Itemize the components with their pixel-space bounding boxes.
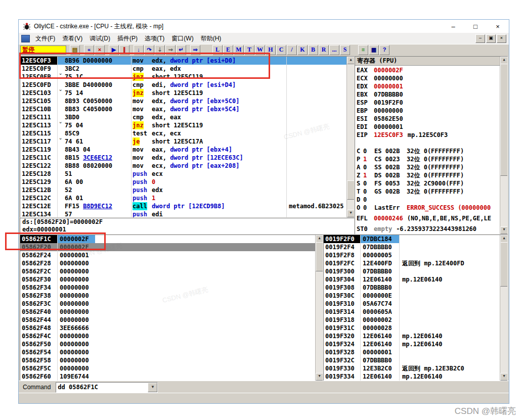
register-row[interactable]: EDX00000001	[357, 82, 507, 90]
menu-plugins[interactable]: 插件(P)	[114, 34, 141, 43]
menu-window[interactable]: 窗口(W)	[168, 34, 197, 43]
register-row[interactable]: EAX0000002F	[357, 66, 507, 74]
execute-till-return-button[interactable]: ↵	[176, 45, 186, 55]
disasm-row[interactable]: 12E5C11C8B15 3CE6EC12movedx, dword ptr […	[20, 154, 354, 162]
open-file-button[interactable]: ▤	[70, 45, 80, 55]
stack-row[interactable]: 0019F30007DBBBB0	[324, 267, 507, 275]
register-row[interactable]: EBP00000000	[357, 107, 507, 115]
menu-file[interactable]: 文件(F)	[32, 34, 59, 43]
view-handles-button[interactable]: H	[266, 45, 276, 55]
flag-row[interactable]: A0SS 002B32位 0(FFFFFFFF)	[357, 163, 507, 171]
stack-row[interactable]: 0019F2F407DBBBB0	[324, 243, 507, 251]
dump-row[interactable]: 05862F3000000000	[20, 275, 323, 284]
disasm-row[interactable]: 12E5C0FD3BBE D4000000cmpedi, dword ptr […	[20, 81, 354, 89]
register-row[interactable]: ECX00000000	[357, 74, 507, 82]
command-input[interactable]	[56, 383, 148, 392]
stack-row[interactable]: 0019F32800000001	[324, 348, 507, 356]
view-cpu-button[interactable]: C	[276, 45, 286, 55]
stack-row[interactable]: 0019F30C0000000E	[324, 292, 507, 300]
dump-row[interactable]: 05862F3800000000	[20, 292, 323, 300]
stack-row[interactable]: 0019F31005A67C74	[324, 300, 507, 308]
combobox-dropdown-icon[interactable]: ▼	[148, 383, 157, 392]
disasm-row[interactable]: 12E5C12B52pushedx	[20, 186, 354, 194]
view-runtrace-button[interactable]: ...	[329, 45, 339, 55]
scroll-up-icon[interactable]: ▲	[316, 235, 323, 243]
register-row[interactable]: EIP12E5C0F3mp.12E5C0F3	[357, 131, 507, 139]
stack-row[interactable]: 0019F33412E06140mp.12E06140	[324, 372, 507, 381]
dump-row[interactable]: 05862F2400000001	[20, 251, 323, 259]
scroll-thumb[interactable]	[316, 242, 323, 271]
stack-row[interactable]: 0019F31C00000028	[324, 324, 507, 332]
register-row[interactable]: ESI05862E50	[357, 115, 507, 123]
disasm-row[interactable]: 12E5C10B8B83 C4050000moveax, dword ptr […	[20, 105, 354, 113]
register-row[interactable]: ESP0019F2F0	[357, 99, 507, 107]
pause-button[interactable]: ∥	[119, 45, 129, 55]
scroll-down-icon[interactable]: ▼	[500, 373, 508, 381]
view-references-button[interactable]: R	[319, 45, 329, 55]
stack-row[interactable]: 0019F2F800000005	[324, 251, 507, 259]
stack-row[interactable]: 0019F32C07DBBBB0	[324, 356, 507, 364]
cpu-window-icon[interactable]	[21, 35, 30, 42]
disasm-row[interactable]: 12E5C103ˇ75 14jnzshort 12E5C119	[20, 89, 354, 97]
disasm-row[interactable]: 12E5C1228B88 08020000movecx, dword ptr […	[20, 162, 354, 170]
menu-debug[interactable]: 调试(D)	[86, 34, 114, 43]
appearance-button[interactable]: ▦	[369, 45, 379, 55]
animate-over-button[interactable]: ⇝	[165, 45, 176, 55]
register-row[interactable]: EBX07DBBBB0	[357, 90, 507, 99]
flag-row[interactable]: T0GS 002B32位 0(FFFFFFFF)	[357, 188, 507, 196]
view-source-button[interactable]: S	[340, 45, 350, 55]
dump-row[interactable]: 05862F2C00000000	[20, 267, 323, 275]
stack-row[interactable]: 0019F3140000605A	[324, 308, 507, 316]
stack-row[interactable]: 0019F32412E06140mp.12E06140	[324, 340, 507, 348]
run-button[interactable]: ▶	[109, 45, 119, 55]
flag-row[interactable]: C0ES 002B32位 0(FFFFFFFF)	[357, 147, 507, 155]
child-close-button[interactable]: ×	[497, 34, 506, 43]
dump-row[interactable]: 05862F1C0000002F	[20, 235, 323, 243]
scroll-down-icon[interactable]: ▼	[347, 210, 355, 217]
dump-row[interactable]: 05862F5C00000000	[20, 364, 323, 372]
disasm-row[interactable]: 12E5C11585C9testecx, ecx	[20, 129, 354, 137]
flag-row[interactable]: P1CS 002332位 0(FFFFFFFF)	[357, 155, 507, 163]
disasm-row[interactable]: 12E5C12C6A 01push1	[20, 194, 354, 202]
animate-into-button[interactable]: ⇣	[155, 45, 165, 55]
dump-row[interactable]: 05862F3400000000	[20, 284, 323, 292]
stack-row[interactable]: 0019F32012E06140mp.12E06140	[324, 332, 507, 340]
efl-row[interactable]: EFL00000246(NO,NB,E,BE,NS,PE,GE,LE	[357, 214, 507, 222]
help-button[interactable]: ?	[379, 45, 389, 55]
dump-row[interactable]: 05862F5000000000	[20, 340, 323, 348]
disasm-scrollbar[interactable]: ▲ ▼	[346, 57, 354, 217]
disasm-row[interactable]: 12E5C0FBˇ75 1Cjnzshort 12E5C119	[20, 73, 354, 81]
dump-row[interactable]: 05862F5800000000	[20, 356, 323, 364]
scroll-thumb[interactable]	[347, 180, 355, 200]
minimize-button[interactable]: –	[442, 20, 464, 33]
view-threads-button[interactable]: T	[244, 45, 254, 55]
goto-button[interactable]: ⇒	[190, 45, 200, 55]
step-over-button[interactable]: ↷	[144, 45, 154, 55]
disasm-row[interactable]: 12E5C0F38B96 D0000000movedx, dword ptr […	[20, 57, 354, 65]
disasm-row[interactable]: 12E5C1296A 00push0	[20, 178, 354, 186]
view-callstack-button[interactable]: K	[297, 45, 308, 55]
flag-row[interactable]: D0	[357, 196, 507, 204]
disasm-row[interactable]: 12E5C0F93BC2cmpeax, edx	[20, 65, 354, 73]
stack-row[interactable]: 0019F31800000002	[324, 316, 507, 324]
disasm-row[interactable]: 12E5C1058B93 C0050000movedx, dword ptr […	[20, 97, 354, 105]
scroll-thumb[interactable]	[500, 242, 508, 287]
view-windows-button[interactable]: W	[255, 45, 265, 55]
disasm-row[interactable]: 12E5C1198B43 04moveax, dword ptr [ebx+4]	[20, 146, 354, 154]
flag-row[interactable]: S0FS 005332位 2C9000(FFF)	[357, 179, 507, 188]
dump-row[interactable]: 05862F4000000000	[20, 308, 323, 316]
stack-scrollbar[interactable]: ▲ ▼	[500, 235, 507, 381]
step-into-button[interactable]: ↓	[134, 45, 144, 55]
stack-row[interactable]: 0019F2F007DBC184	[324, 235, 507, 243]
disasm-row[interactable]: 12E5C117ˇ74 61jeshort 12E5C17A	[20, 137, 354, 146]
disasm-row[interactable]: 12E5C113ˇ75 04jnzshort 12E5C119	[20, 121, 354, 129]
disasm-row[interactable]: 12E5C12EFF15 B8D9EC12calldword ptr [12EC…	[20, 202, 354, 210]
menu-help[interactable]: 帮助(H)	[197, 34, 225, 43]
menu-options[interactable]: 选项(T)	[141, 34, 168, 43]
disasm-row[interactable]: 12E5C1113BD0cmpedx, eax	[20, 113, 354, 121]
child-minimize-button[interactable]: –	[475, 34, 485, 43]
dump-row[interactable]: 05862F483EE66666	[20, 324, 323, 332]
disasm-row[interactable]: 12E5C12851pushecx	[20, 170, 354, 178]
flag-row[interactable]: O0LastErrERROR_SUCCESS (00000000	[357, 204, 507, 212]
dump-row[interactable]: 05862F4C00000000	[20, 332, 323, 340]
